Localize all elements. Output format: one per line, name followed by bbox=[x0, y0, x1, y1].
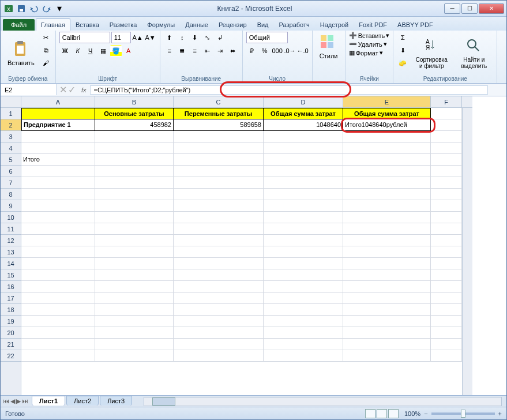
font-name-combo[interactable]: Calibri bbox=[59, 32, 110, 43]
grow-font-icon[interactable]: A▲ bbox=[132, 32, 144, 43]
tab-insert[interactable]: Вставка bbox=[70, 18, 104, 31]
paste-button[interactable]: Вставить bbox=[4, 32, 38, 74]
row-header-20[interactable]: 20 bbox=[1, 327, 21, 339]
sheet-tab-3[interactable]: Лист3 bbox=[100, 396, 132, 406]
sort-filter-button[interactable]: AЯ Сортировка и фильтр bbox=[411, 32, 452, 74]
percent-icon[interactable]: % bbox=[259, 45, 271, 57]
row-header-4[interactable]: 4 bbox=[1, 142, 21, 154]
fill-icon[interactable]: ⬇ bbox=[397, 44, 408, 56]
clear-icon[interactable]: 🧽 bbox=[397, 57, 408, 69]
tab-layout[interactable]: Разметка bbox=[104, 18, 142, 31]
col-header-c[interactable]: C bbox=[174, 96, 264, 107]
indent-inc-icon[interactable]: ⇥ bbox=[215, 45, 226, 57]
row-header-10[interactable]: 10 bbox=[1, 212, 21, 223]
enter-formula-icon[interactable]: ✓ bbox=[68, 84, 76, 95]
align-right-icon[interactable]: ≡ bbox=[189, 45, 201, 57]
cell-c1[interactable]: Переменные затраты bbox=[174, 108, 264, 119]
styles-button[interactable]: Стили bbox=[316, 32, 341, 61]
dec-decimal-icon[interactable]: ←.0 bbox=[297, 45, 309, 57]
shrink-font-icon[interactable]: A▼ bbox=[145, 32, 156, 43]
cell-b1[interactable]: Основные затраты bbox=[95, 108, 174, 119]
maximize-button[interactable]: ☐ bbox=[461, 3, 478, 14]
view-page-break-icon[interactable] bbox=[388, 409, 399, 418]
currency-icon[interactable]: ₽ bbox=[246, 45, 258, 57]
find-select-button[interactable]: Найти и выделить bbox=[455, 32, 493, 74]
row-header-16[interactable]: 16 bbox=[1, 281, 21, 292]
horizontal-scrollbar[interactable] bbox=[144, 397, 502, 406]
sheet-nav-last-icon[interactable]: ⏭ bbox=[22, 397, 28, 405]
cancel-formula-icon[interactable]: ✕ bbox=[59, 84, 67, 95]
name-box[interactable]: E2 bbox=[1, 84, 57, 95]
sheet-tab-2[interactable]: Лист2 bbox=[66, 396, 99, 406]
row-header-7[interactable]: 7 bbox=[1, 177, 21, 189]
row-header-17[interactable]: 17 bbox=[1, 292, 21, 304]
tab-formulas[interactable]: Формулы bbox=[142, 18, 180, 31]
cell-a4[interactable] bbox=[21, 142, 95, 154]
cell-a2[interactable]: Предприятие 1 bbox=[21, 119, 95, 131]
tab-view[interactable]: Вид bbox=[252, 18, 274, 31]
col-header-d[interactable]: D bbox=[264, 96, 343, 107]
tab-abbyy[interactable]: ABBYY PDF bbox=[392, 18, 438, 31]
row-header-6[interactable]: 6 bbox=[1, 166, 21, 177]
cell-e1[interactable]: Общая сумма затрат bbox=[343, 108, 431, 119]
select-all-corner[interactable] bbox=[1, 96, 21, 108]
cells-insert-button[interactable]: ➕Вставить ▾ bbox=[349, 32, 390, 39]
cell-d2[interactable]: 1048640 bbox=[264, 119, 343, 131]
row-header-11[interactable]: 11 bbox=[1, 223, 21, 235]
tab-home[interactable]: Главная bbox=[36, 18, 70, 31]
zoom-in-button[interactable]: + bbox=[498, 410, 502, 417]
row-header-2[interactable]: 2 bbox=[1, 119, 21, 131]
row-header-5[interactable]: 5 bbox=[1, 154, 21, 166]
tab-data[interactable]: Данные bbox=[180, 18, 213, 31]
cell-grid[interactable]: Основные затраты Переменные затраты Обща… bbox=[21, 108, 462, 395]
merge-icon[interactable]: ⬌ bbox=[227, 45, 239, 57]
indent-dec-icon[interactable]: ⇤ bbox=[202, 45, 213, 57]
row-header-19[interactable]: 19 bbox=[1, 316, 21, 327]
redo-icon[interactable] bbox=[41, 3, 52, 14]
sheet-nav-next-icon[interactable]: ▶ bbox=[16, 397, 21, 405]
col-header-e[interactable]: E bbox=[343, 96, 431, 107]
row-header-22[interactable]: 22 bbox=[1, 350, 21, 362]
save-icon[interactable] bbox=[16, 3, 27, 14]
col-header-a[interactable]: A bbox=[21, 96, 95, 107]
italic-button[interactable]: К bbox=[72, 45, 84, 57]
col-header-f[interactable]: F bbox=[431, 96, 462, 107]
tab-review[interactable]: Рецензир bbox=[213, 18, 252, 31]
cell-a3[interactable] bbox=[21, 131, 95, 142]
row-header-18[interactable]: 18 bbox=[1, 304, 21, 316]
row-header-3[interactable]: 3 bbox=[1, 131, 21, 142]
cell-a1[interactable] bbox=[21, 108, 95, 119]
fx-icon[interactable]: fx bbox=[78, 87, 90, 93]
cell-d1[interactable]: Общая сумма затрат bbox=[264, 108, 343, 119]
cells-format-button[interactable]: ▦Формат ▾ bbox=[349, 49, 390, 57]
row-header-15[interactable]: 15 bbox=[1, 269, 21, 281]
row-header-1[interactable]: 1 bbox=[1, 108, 21, 119]
align-middle-icon[interactable]: ↕ bbox=[176, 32, 188, 43]
align-center-icon[interactable]: ≣ bbox=[176, 45, 188, 57]
cells-delete-button[interactable]: ➖Удалить ▾ bbox=[349, 40, 390, 48]
excel-icon[interactable]: X bbox=[3, 3, 14, 14]
undo-icon[interactable] bbox=[28, 3, 40, 14]
orientation-icon[interactable]: ⤡ bbox=[202, 32, 213, 43]
sheet-nav-first-icon[interactable]: ⏮ bbox=[3, 397, 9, 405]
copy-icon[interactable]: ⧉ bbox=[40, 44, 52, 56]
cell-b2[interactable]: 458982 bbox=[95, 119, 174, 131]
cell-f1[interactable] bbox=[431, 108, 462, 119]
tab-addins[interactable]: Надстрой bbox=[315, 18, 354, 31]
row-header-13[interactable]: 13 bbox=[1, 246, 21, 258]
row-header-21[interactable]: 21 bbox=[1, 339, 21, 350]
bold-button[interactable]: Ж bbox=[59, 45, 71, 57]
tab-foxit[interactable]: Foxit PDF bbox=[354, 18, 392, 31]
view-normal-icon[interactable] bbox=[365, 409, 375, 418]
cell-f2[interactable] bbox=[431, 119, 462, 131]
sheet-nav-prev-icon[interactable]: ◀ bbox=[10, 397, 15, 405]
underline-button[interactable]: Ч bbox=[85, 45, 96, 57]
zoom-out-button[interactable]: − bbox=[424, 410, 427, 417]
wrap-text-icon[interactable]: ↲ bbox=[215, 32, 226, 43]
inc-decimal-icon[interactable]: .0→ bbox=[284, 45, 296, 57]
row-header-14[interactable]: 14 bbox=[1, 258, 21, 269]
qat-dropdown-icon[interactable]: ▾ bbox=[54, 3, 65, 14]
row-header-12[interactable]: 12 bbox=[1, 235, 21, 246]
row-header-9[interactable]: 9 bbox=[1, 200, 21, 212]
formula-input[interactable]: =СЦЕПИТЬ("Итого";D2;"рублей") bbox=[90, 85, 488, 95]
